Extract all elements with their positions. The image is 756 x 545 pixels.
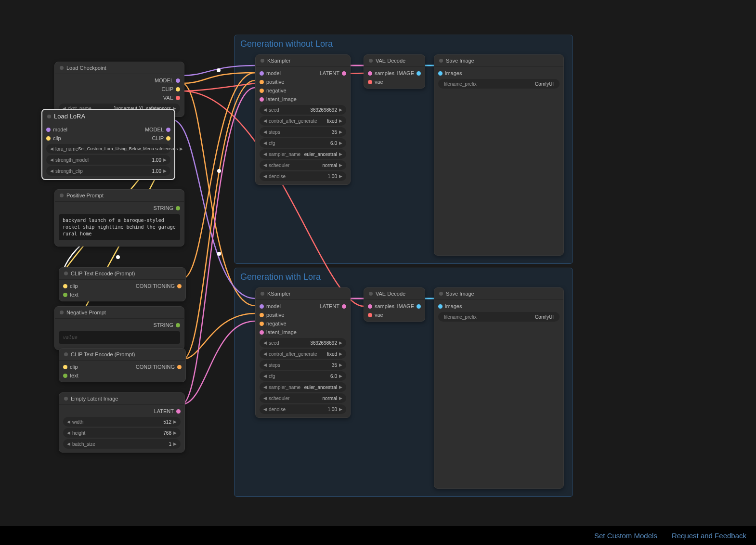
widget-strength-model[interactable]: ◀strength_model1.00▶ xyxy=(46,155,170,165)
port-clip-in[interactable] xyxy=(46,136,51,141)
port-vae[interactable] xyxy=(176,96,180,100)
collapse-dot-icon[interactable] xyxy=(261,292,264,296)
collapse-dot-icon[interactable] xyxy=(60,66,64,70)
port-model[interactable] xyxy=(176,78,180,83)
group-title: Generation with Lora xyxy=(235,268,573,286)
widget-height[interactable]: ◀height768▶ xyxy=(63,428,181,438)
port-latent[interactable] xyxy=(176,409,181,414)
prompt-textarea[interactable]: value xyxy=(59,331,180,344)
widget-cfg[interactable]: ◀cfg6.0▶ xyxy=(260,371,346,381)
port-images-in[interactable] xyxy=(438,71,443,76)
collapse-dot-icon[interactable] xyxy=(64,352,68,356)
node-ksampler-top[interactable]: KSampler modelLATENT positive negative l… xyxy=(255,54,351,185)
node-title: KSampler xyxy=(267,58,290,64)
node-vae-decode-bottom[interactable]: VAE Decode samplesIMAGE vae xyxy=(364,287,425,322)
svg-point-5 xyxy=(217,169,221,173)
node-title: Load LoRA xyxy=(54,113,85,120)
collapse-dot-icon[interactable] xyxy=(60,194,64,197)
node-title: VAE Decode xyxy=(376,291,405,297)
widget-control-after[interactable]: ◀control_after_generatefixed▶ xyxy=(260,116,346,126)
port-latent-out[interactable] xyxy=(342,304,346,309)
widget-sampler-name[interactable]: ◀sampler_nameeuler_ancestral▶ xyxy=(260,382,346,392)
collapse-dot-icon[interactable] xyxy=(64,272,68,275)
collapse-dot-icon[interactable] xyxy=(47,115,51,118)
port-latent-out[interactable] xyxy=(342,71,346,76)
widget-filename-prefix[interactable]: filename_prefixComfyUI xyxy=(438,79,560,89)
collapse-dot-icon[interactable] xyxy=(60,311,64,314)
port-positive-in[interactable] xyxy=(260,313,264,317)
widget-seed[interactable]: ◀seed3692698692▶ xyxy=(260,338,346,348)
widget-sampler-name[interactable]: ◀sampler_nameeuler_ancestral▶ xyxy=(260,149,346,159)
port-clip-out[interactable] xyxy=(166,136,170,141)
node-clip-encode-pos[interactable]: CLIP Text Encode (Prompt) clipCONDITIONI… xyxy=(59,267,186,301)
port-text-in[interactable] xyxy=(63,293,67,297)
widget-cfg[interactable]: ◀cfg6.0▶ xyxy=(260,138,346,148)
prompt-textarea[interactable]: backyard launch of a baroque-styled rock… xyxy=(59,214,180,240)
port-model-in[interactable] xyxy=(46,128,51,132)
widget-steps[interactable]: ◀steps35▶ xyxy=(260,360,346,370)
widget-scheduler[interactable]: ◀schedulernormal▶ xyxy=(260,160,346,170)
collapse-dot-icon[interactable] xyxy=(261,59,264,63)
collapse-dot-icon[interactable] xyxy=(369,59,373,63)
port-samples-in[interactable] xyxy=(368,71,372,76)
widget-control-after[interactable]: ◀control_after_generatefixed▶ xyxy=(260,349,346,359)
node-empty-latent[interactable]: Empty Latent Image LATENT ◀width512▶ ◀he… xyxy=(59,392,185,453)
port-image-out[interactable] xyxy=(417,304,421,309)
port-string[interactable] xyxy=(176,323,180,327)
port-latent-in[interactable] xyxy=(260,97,264,102)
port-string[interactable] xyxy=(176,206,180,210)
widget-strength-clip[interactable]: ◀strength_clip1.00▶ xyxy=(46,166,170,176)
node-title: CLIP Text Encode (Prompt) xyxy=(71,271,135,276)
port-images-in[interactable] xyxy=(438,304,443,309)
collapse-dot-icon[interactable] xyxy=(369,292,373,296)
port-clip-in[interactable] xyxy=(63,365,67,369)
port-vae-in[interactable] xyxy=(368,80,372,84)
port-clip-in[interactable] xyxy=(63,284,67,288)
port-positive-in[interactable] xyxy=(260,80,264,84)
node-title: Negative Prompt xyxy=(66,310,106,315)
widget-scheduler[interactable]: ◀schedulernormal▶ xyxy=(260,393,346,403)
node-positive-prompt[interactable]: Positive Prompt STRING backyard launch o… xyxy=(54,189,184,247)
bottom-bar: Set Custom Models Request and Feedback xyxy=(0,526,756,545)
link-request-feedback[interactable]: Request and Feedback xyxy=(672,532,746,540)
node-title: Positive Prompt xyxy=(66,193,104,198)
node-title: KSampler xyxy=(267,291,290,297)
collapse-dot-icon[interactable] xyxy=(439,59,443,63)
svg-point-0 xyxy=(217,68,221,72)
link-set-custom-models[interactable]: Set Custom Models xyxy=(594,532,657,540)
collapse-dot-icon[interactable] xyxy=(439,292,443,296)
node-negative-prompt[interactable]: Negative Prompt STRING value xyxy=(54,306,184,350)
port-conditioning[interactable] xyxy=(177,365,182,369)
port-image-out[interactable] xyxy=(417,71,421,76)
svg-point-6 xyxy=(217,252,221,256)
node-load-lora[interactable]: Load LoRA modelMODEL clipCLIP ◀lora_name… xyxy=(41,109,175,180)
node-ksampler-bottom[interactable]: KSampler modelLATENT positive negative l… xyxy=(255,287,351,418)
node-clip-encode-neg[interactable]: CLIP Text Encode (Prompt) clipCONDITIONI… xyxy=(59,348,186,382)
widget-denoise[interactable]: ◀denoise1.00▶ xyxy=(260,171,346,181)
port-model-in[interactable] xyxy=(260,304,264,309)
node-title: CLIP Text Encode (Prompt) xyxy=(71,351,135,357)
port-negative-in[interactable] xyxy=(260,322,264,326)
port-model-in[interactable] xyxy=(260,71,264,76)
port-conditioning[interactable] xyxy=(177,284,182,288)
widget-lora-name[interactable]: ◀lora_nameSet_Custom_Lora_Using_Below_Me… xyxy=(46,144,170,154)
node-save-image-top[interactable]: Save Image images filename_prefixComfyUI xyxy=(434,54,564,256)
port-samples-in[interactable] xyxy=(368,304,372,309)
widget-denoise[interactable]: ◀denoise1.00▶ xyxy=(260,404,346,414)
widget-filename-prefix[interactable]: filename_prefixComfyUI xyxy=(438,312,560,322)
port-model-out[interactable] xyxy=(166,128,170,132)
node-title: Save Image xyxy=(446,58,474,64)
collapse-dot-icon[interactable] xyxy=(64,397,68,401)
port-latent-in[interactable] xyxy=(260,330,264,335)
port-text-in[interactable] xyxy=(63,374,67,378)
svg-point-1 xyxy=(116,255,120,259)
node-save-image-bottom[interactable]: Save Image images filename_prefixComfyUI xyxy=(434,287,564,489)
widget-seed[interactable]: ◀seed3692698692▶ xyxy=(260,105,346,115)
widget-width[interactable]: ◀width512▶ xyxy=(63,417,181,427)
port-clip[interactable] xyxy=(176,87,180,91)
widget-steps[interactable]: ◀steps35▶ xyxy=(260,127,346,137)
port-vae-in[interactable] xyxy=(368,313,372,317)
port-negative-in[interactable] xyxy=(260,89,264,93)
widget-batch-size[interactable]: ◀batch_size1▶ xyxy=(63,439,181,449)
node-vae-decode-top[interactable]: VAE Decode samplesIMAGE vae xyxy=(364,54,425,89)
